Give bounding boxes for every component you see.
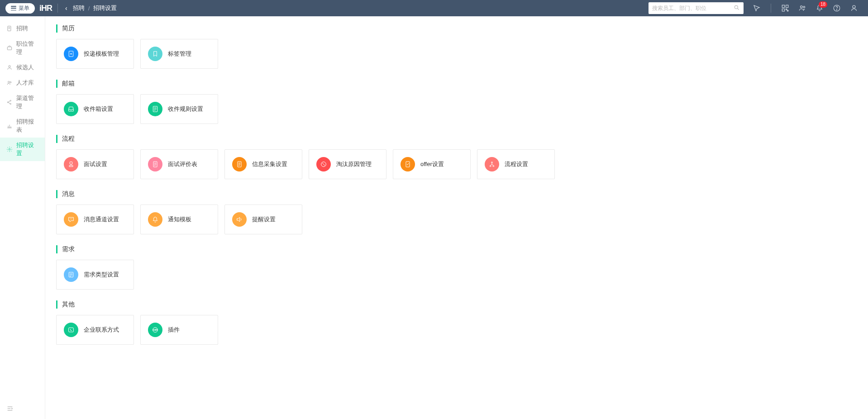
sidebar-item-3[interactable]: 人才库	[0, 75, 45, 90]
gear-icon	[6, 146, 13, 152]
svg-rect-39	[70, 162, 72, 164]
notification-badge: 18	[819, 1, 827, 8]
search-box[interactable]	[649, 2, 744, 14]
card-offer-settings[interactable]: offer设置	[393, 149, 471, 179]
briefcase-icon	[6, 45, 13, 51]
card-label: 标签管理	[168, 50, 191, 58]
section-title: 需求	[56, 245, 857, 253]
bell-icon	[148, 212, 162, 227]
card-info-collect[interactable]: 信息采集设置	[224, 149, 302, 179]
sidebar-item-5[interactable]: 招聘报表	[0, 114, 45, 138]
svg-point-58	[70, 219, 70, 219]
stamp-icon	[64, 157, 78, 171]
card-contact[interactable]: 企业联系方式	[56, 315, 134, 345]
card-label: 收件箱设置	[84, 105, 113, 113]
breadcrumb-parent[interactable]: 招聘	[73, 4, 85, 12]
svg-point-16	[9, 66, 10, 67]
section-title: 流程	[56, 135, 857, 143]
sidebar-item-4[interactable]: 渠道管理	[0, 90, 45, 114]
card-demand-type[interactable]: 需求类型设置	[56, 260, 134, 290]
notification-icon[interactable]: 18	[811, 4, 828, 12]
back-button[interactable]: ‹	[63, 5, 69, 12]
sidebar-item-label: 人才库	[16, 79, 34, 87]
svg-line-56	[491, 164, 492, 166]
sidebar-item-2[interactable]: 候选人	[0, 60, 45, 75]
contacts-icon[interactable]	[794, 4, 811, 12]
qrcode-icon[interactable]	[777, 4, 794, 12]
card-label: 通知模板	[168, 215, 191, 224]
card-label: 消息通道设置	[84, 215, 119, 224]
svg-line-22	[9, 101, 10, 102]
svg-point-17	[8, 81, 10, 83]
doc-icon	[232, 157, 247, 171]
svg-rect-15	[7, 47, 11, 50]
section-title: 邮箱	[56, 80, 857, 88]
card-inbox-settings[interactable]: 收件箱设置	[56, 94, 134, 124]
divider	[771, 4, 771, 13]
card-label: 信息采集设置	[252, 160, 287, 168]
card-msg-channel[interactable]: 消息通道设置	[56, 205, 134, 234]
phone-card-icon	[64, 323, 78, 337]
sidebar-collapse-button[interactable]	[6, 405, 14, 414]
svg-point-18	[10, 81, 11, 83]
card-reminder[interactable]: 提醒设置	[224, 205, 302, 234]
search-icon[interactable]	[734, 5, 740, 12]
sidebar-item-label: 职位管理	[16, 40, 38, 56]
section-title: 其他	[56, 300, 857, 309]
card-notify-template[interactable]: 通知模板	[140, 205, 218, 234]
svg-point-20	[10, 100, 11, 101]
divider	[57, 4, 58, 13]
doc-check-icon	[401, 157, 415, 171]
svg-point-10	[836, 10, 837, 10]
share-icon	[6, 99, 13, 105]
card-interview-eval[interactable]: 面试评价表	[140, 149, 218, 179]
card-tag-manage[interactable]: 标签管理	[140, 39, 218, 69]
section-title: 简历	[56, 24, 857, 33]
bookmark-icon	[148, 47, 162, 61]
logo: iHR	[39, 4, 52, 13]
user-icon[interactable]	[845, 4, 863, 12]
svg-point-52	[491, 162, 493, 163]
card-label: offer设置	[420, 160, 444, 168]
svg-rect-3	[786, 5, 788, 7]
card-plugin[interactable]: iHR插件	[140, 315, 218, 345]
card-submit-template[interactable]: 投递模板管理	[56, 39, 134, 69]
sidebar-item-label: 招聘设置	[16, 141, 38, 157]
svg-rect-2	[782, 5, 784, 7]
card-interview-settings[interactable]: 面试设置	[56, 149, 134, 179]
svg-text:iHR: iHR	[153, 329, 158, 331]
breadcrumb: ‹ 招聘 / 招聘设置	[63, 4, 117, 12]
list-icon	[64, 267, 78, 282]
svg-point-0	[734, 5, 738, 9]
svg-line-50	[322, 163, 325, 166]
cursor-icon[interactable]	[748, 4, 765, 12]
search-input[interactable]	[652, 5, 734, 11]
svg-point-60	[72, 219, 72, 219]
sidebar-item-1[interactable]: 职位管理	[0, 36, 45, 60]
card-label: 企业联系方式	[84, 326, 119, 334]
card-inbox-rules[interactable]: 收件规则设置	[140, 94, 218, 124]
file-icon	[6, 25, 13, 32]
header-icons: 18	[748, 4, 863, 13]
chat-icon	[64, 212, 78, 227]
doc-icon	[148, 157, 162, 171]
hamburger-icon	[11, 6, 16, 10]
help-icon[interactable]	[828, 4, 845, 12]
card-flow-settings[interactable]: 流程设置	[477, 149, 555, 179]
chart-icon	[6, 123, 13, 129]
svg-rect-5	[786, 9, 787, 10]
sidebar-item-label: 候选人	[16, 63, 34, 71]
section-4: 需求需求类型设置	[56, 245, 857, 290]
menu-button[interactable]: 菜单	[5, 3, 35, 14]
users-icon	[6, 80, 13, 86]
svg-point-7	[801, 6, 803, 8]
svg-point-54	[493, 166, 494, 167]
svg-line-1	[738, 8, 739, 10]
card-label: 投递模板管理	[84, 50, 119, 58]
sidebar-item-6[interactable]: 招聘设置	[0, 138, 45, 161]
sidebar-item-0[interactable]: 招聘	[0, 21, 45, 36]
svg-rect-4	[782, 9, 784, 11]
card-reject-reason[interactable]: 淘汰原因管理	[309, 149, 386, 179]
flow-icon	[485, 157, 499, 171]
svg-line-57	[492, 164, 493, 166]
